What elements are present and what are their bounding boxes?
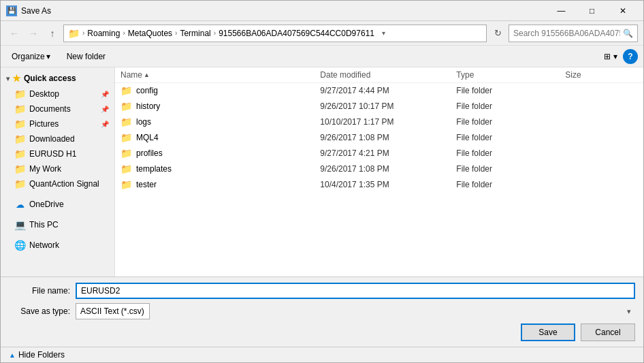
file-type-cell: File folder: [456, 133, 565, 142]
file-name-cell: 📁 MQL4: [120, 132, 320, 143]
file-name-cell: 📁 profiles: [120, 148, 320, 159]
onedrive-icon: ☁: [14, 199, 25, 210]
breadcrumb-bar[interactable]: 📁 › Roaming › MetaQuotes › Terminal › 91…: [63, 25, 487, 42]
file-row-config[interactable]: 📁 config 9/27/2017 4:44 PM File folder: [115, 83, 643, 99]
eurusd-label: EURUSD H1: [29, 149, 76, 159]
folder-icon: 📁: [120, 148, 132, 159]
filename-row: File name:: [9, 283, 635, 299]
sidebar-item-documents[interactable]: 📁 Documents 📌: [1, 101, 114, 116]
file-name-cell: 📁 tester: [120, 179, 320, 190]
desktop-label: Desktop: [29, 89, 59, 99]
address-toolbar: ← → ↑ 📁 › Roaming › MetaQuotes › Termina…: [1, 21, 643, 46]
network-label: Network: [29, 240, 59, 250]
thispc-label: This PC: [29, 220, 59, 230]
pin-icon-pics: 📌: [101, 121, 109, 128]
file-name-label: history: [136, 101, 160, 111]
file-rows-container: 📁 config 9/27/2017 4:44 PM File folder 📁…: [115, 83, 643, 193]
savetype-wrapper: ASCII Text (*.csv): [76, 303, 635, 319]
file-name-label: tester: [136, 180, 157, 189]
sidebar-item-thispc[interactable]: 💻 This PC: [1, 217, 114, 232]
file-name-label: config: [136, 86, 158, 95]
breadcrumb-dropdown-button[interactable]: ▾: [377, 25, 391, 42]
column-name[interactable]: Name ▲: [120, 70, 320, 80]
breadcrumb-icon: 📁: [68, 28, 80, 39]
sidebar-item-mywork[interactable]: 📁 My Work: [1, 161, 114, 176]
dialog-title: Save As: [21, 6, 546, 16]
downloaded-label: Downloaded: [29, 134, 75, 144]
savetype-label: Save as type:: [9, 306, 70, 316]
folder-icon: 📁: [120, 101, 132, 112]
sidebar-item-network[interactable]: 🌐 Network: [1, 238, 114, 253]
folder-icon: 📁: [120, 85, 132, 96]
minimize-button[interactable]: —: [546, 1, 577, 21]
quick-access-header[interactable]: ▾ ★ Quick access: [1, 70, 114, 86]
file-date-cell: 10/10/2017 1:17 PM: [320, 117, 456, 127]
sort-arrow: ▲: [144, 72, 150, 78]
sidebar-item-quantaction[interactable]: 📁 QuantAction Signal: [1, 176, 114, 191]
file-date-cell: 9/26/2017 1:08 PM: [320, 133, 456, 142]
maximize-button[interactable]: □: [577, 1, 607, 21]
view-button[interactable]: ⊞ ▾: [601, 49, 620, 64]
save-button[interactable]: Save: [521, 323, 575, 341]
quantaction-folder-icon: 📁: [14, 178, 25, 189]
savetype-select[interactable]: ASCII Text (*.csv): [76, 303, 150, 319]
column-size[interactable]: Size: [565, 70, 638, 80]
file-name-cell: 📁 logs: [120, 116, 320, 127]
forward-button[interactable]: →: [25, 25, 42, 42]
file-name-label: MQL4: [136, 133, 159, 142]
folder-icon: 📁: [120, 132, 132, 143]
file-type-cell: File folder: [456, 164, 565, 174]
search-box[interactable]: 🔍: [509, 25, 638, 42]
file-name-cell: 📁 templates: [120, 163, 320, 174]
file-type-cell: File folder: [456, 86, 565, 95]
savetype-row: Save as type: ASCII Text (*.csv): [9, 303, 635, 319]
file-row-tester[interactable]: 📁 tester 10/4/2017 1:35 PM File folder: [115, 177, 643, 193]
documents-label: Documents: [29, 104, 71, 114]
sidebar-item-onedrive[interactable]: ☁ OneDrive: [1, 197, 114, 212]
organize-button[interactable]: Organize ▾: [6, 50, 56, 63]
file-row-profiles[interactable]: 📁 profiles 9/27/2017 4:21 PM File folder: [115, 146, 643, 161]
column-type[interactable]: Type: [456, 70, 565, 80]
file-name-cell: 📁 config: [120, 85, 320, 96]
downloaded-folder-icon: 📁: [14, 133, 25, 144]
eurusd-folder-icon: 📁: [14, 148, 25, 159]
breadcrumb-metaquotes[interactable]: MetaQuotes: [128, 29, 172, 38]
sidebar-item-eurusd[interactable]: 📁 EURUSD H1: [1, 146, 114, 161]
sidebar: ▾ ★ Quick access 📁 Desktop 📌 📁 Documents…: [1, 67, 115, 277]
close-button[interactable]: ✕: [607, 1, 638, 21]
file-name-label: profiles: [136, 148, 163, 158]
file-row-MQL4[interactable]: 📁 MQL4 9/26/2017 1:08 PM File folder: [115, 130, 643, 146]
column-date[interactable]: Date modified: [320, 70, 456, 80]
file-list-header: Name ▲ Date modified Type Size: [115, 67, 643, 83]
file-type-cell: File folder: [456, 180, 565, 189]
refresh-button[interactable]: ↻: [489, 25, 506, 42]
up-button[interactable]: ↑: [44, 25, 61, 42]
sidebar-item-pictures[interactable]: 📁 Pictures 📌: [1, 116, 114, 131]
search-input[interactable]: [513, 29, 620, 38]
cancel-button[interactable]: Cancel: [581, 323, 635, 341]
main-content: ▾ ★ Quick access 📁 Desktop 📌 📁 Documents…: [1, 67, 643, 277]
file-row-templates[interactable]: 📁 templates 9/26/2017 1:08 PM File folde…: [115, 161, 643, 177]
desktop-folder-icon: 📁: [14, 89, 25, 99]
back-button[interactable]: ←: [6, 25, 22, 42]
breadcrumb-terminal[interactable]: Terminal: [180, 29, 210, 38]
breadcrumb-roaming[interactable]: Roaming: [87, 29, 120, 38]
title-bar: 💾 Save As — □ ✕: [1, 1, 643, 21]
file-type-cell: File folder: [456, 117, 565, 127]
file-list: Name ▲ Date modified Type Size 📁 config …: [115, 67, 643, 277]
bottom-buttons: Save Cancel: [9, 323, 635, 341]
search-icon: 🔍: [623, 29, 633, 38]
sidebar-item-desktop[interactable]: 📁 Desktop 📌: [1, 86, 114, 101]
folder-icon: 📁: [120, 163, 132, 174]
file-date-cell: 10/4/2017 1:35 PM: [320, 180, 456, 189]
help-button[interactable]: ?: [623, 49, 638, 64]
hide-folders-bar[interactable]: ▲ Hide Folders: [1, 347, 643, 362]
new-folder-button[interactable]: New folder: [61, 50, 111, 63]
filename-input[interactable]: [76, 283, 635, 299]
sidebar-item-downloaded[interactable]: 📁 Downloaded: [1, 131, 114, 146]
file-row-logs[interactable]: 📁 logs 10/10/2017 1:17 PM File folder: [115, 114, 643, 130]
breadcrumb-guid[interactable]: 915566BA06ADA407569C544CC0D97611: [219, 29, 374, 38]
save-as-dialog: 💾 Save As — □ ✕ ← → ↑ 📁 › Roaming › Meta…: [0, 0, 644, 363]
file-row-history[interactable]: 📁 history 9/26/2017 10:17 PM File folder: [115, 99, 643, 114]
network-icon: 🌐: [14, 240, 25, 251]
